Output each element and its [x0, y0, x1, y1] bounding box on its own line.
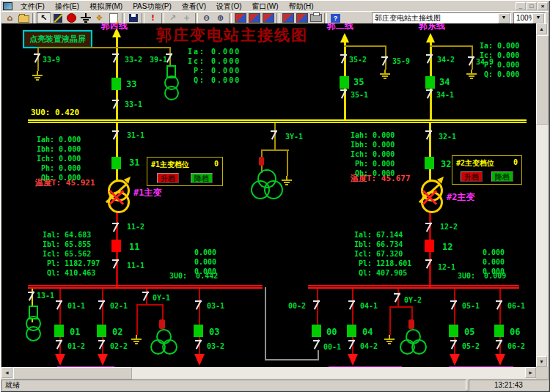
disconnector-00-1[interactable] [313, 340, 321, 350]
device5-icon[interactable] [295, 12, 309, 23]
disconnector-35-2[interactable] [340, 54, 348, 64]
disconnector-04-1[interactable] [348, 300, 356, 310]
menu-item-5[interactable]: 查看(V) [177, 2, 211, 10]
menu-item-6[interactable]: 设置(O) [211, 2, 246, 10]
zoom-in-icon[interactable]: ⊕ [213, 12, 227, 23]
help-icon[interactable]: ? [329, 12, 342, 23]
tap2-lower-button[interactable]: 降档 [491, 171, 513, 182]
ground-tool-icon[interactable] [78, 12, 92, 23]
stop-icon[interactable] [65, 12, 78, 23]
zoom-out-icon[interactable]: ⊖ [199, 12, 213, 23]
scroll-right-icon[interactable]: ► [525, 367, 536, 378]
scroll-up-icon[interactable]: ▲ [536, 23, 547, 34]
disconnector-02-1[interactable] [98, 300, 106, 310]
restore-button[interactable]: □ [527, 2, 537, 10]
disconnector-04-2[interactable] [348, 340, 356, 350]
disconnector-11-1[interactable] [112, 259, 120, 269]
diagram-select[interactable]: 郭庄变电站主接线图 ▼ [372, 12, 511, 24]
jump-icon[interactable]: ↗ [166, 12, 180, 23]
zoom-select[interactable]: 100% ▼ [513, 12, 546, 24]
diagram-select-dropdown-icon[interactable]: ▼ [498, 13, 510, 23]
disconnector-06-1[interactable] [496, 300, 504, 310]
disconnector-01-2[interactable] [56, 340, 64, 350]
disconnector-33-2[interactable] [112, 53, 120, 63]
disconnector-12-2[interactable] [425, 223, 433, 232]
hscroll-thumb[interactable] [13, 367, 132, 380]
breaker-01[interactable] [54, 325, 64, 337]
alarm-icon[interactable]: ! [146, 12, 160, 23]
breaker-05[interactable] [449, 325, 458, 337]
lcd-panel-button[interactable]: 点亮装置液晶屏 [23, 30, 92, 48]
breaker-12[interactable] [425, 240, 434, 252]
breaker-33[interactable] [111, 78, 121, 90]
breaker-11[interactable] [111, 240, 121, 252]
menu-item-1[interactable]: 文件(F) [15, 2, 50, 10]
topology-icon[interactable]: ❖ [92, 12, 106, 23]
breaker-32[interactable] [425, 157, 434, 169]
menu-item-7[interactable]: 窗口(W) [247, 2, 284, 10]
menu-item-8[interactable]: 帮助(H) [284, 2, 319, 10]
device2-icon[interactable] [247, 12, 261, 23]
cursor-icon[interactable]: ↖ [37, 12, 51, 23]
breaker-06[interactable] [494, 325, 504, 337]
disconnector-05-1[interactable] [450, 300, 458, 310]
disconnector-00-2[interactable] [313, 300, 321, 310]
breaker-35[interactable] [340, 76, 349, 89]
disconnector-35-1[interactable] [340, 89, 348, 99]
breaker-04[interactable] [347, 325, 356, 337]
disconnector-32-1[interactable] [425, 130, 433, 140]
tap2-raise-button[interactable]: 升档 [461, 171, 483, 182]
breaker-31[interactable] [111, 157, 121, 169]
incoming-arrow-icon [426, 33, 435, 42]
disconnector-33-1[interactable] [112, 100, 120, 109]
disconnector-12-1[interactable] [425, 259, 433, 269]
disconnector-34-1[interactable] [426, 89, 434, 99]
label-l01_2: 01-2 [67, 342, 85, 350]
close-button[interactable]: × [538, 2, 548, 10]
menu-item-3[interactable]: 模拟屏(M) [84, 2, 128, 10]
print-icon[interactable] [309, 12, 323, 23]
breaker-03[interactable] [194, 325, 203, 337]
wire [265, 287, 266, 360]
horizontal-scrollbar[interactable]: ◄ ► [1, 367, 536, 379]
vertical-scrollbar[interactable]: ▲ ▼ [536, 23, 548, 367]
zoom-select-dropdown-icon[interactable]: ▼ [532, 13, 544, 23]
disconnector-33-9[interactable] [34, 53, 42, 63]
disconnector-03-1[interactable] [195, 300, 203, 310]
line-tool-icon[interactable] [51, 12, 65, 23]
menu-item-2[interactable]: 操作(E) [50, 2, 84, 10]
edit-page-icon[interactable] [106, 12, 120, 23]
disconnector-11-2[interactable] [112, 223, 120, 232]
disconnector-34-2[interactable] [426, 54, 434, 64]
breaker-00[interactable] [312, 325, 321, 337]
disconnector-06-2[interactable] [496, 340, 504, 350]
breaker-02[interactable] [97, 325, 106, 337]
disconnector-35-9[interactable] [381, 56, 389, 66]
disconnector-01-1[interactable] [56, 300, 64, 310]
save-icon[interactable] [126, 12, 140, 23]
disconnector-0y-2[interactable] [394, 293, 402, 303]
disconnector-02-2[interactable] [98, 340, 106, 350]
open-folder-icon[interactable] [17, 12, 31, 23]
disconnector-3y-1[interactable] [271, 130, 279, 140]
disconnector-34-9[interactable] [468, 56, 476, 66]
home-icon[interactable]: ⌂ [3, 12, 17, 23]
disconnector-31-1[interactable] [112, 130, 120, 140]
home-icon: ⌂ [7, 13, 13, 23]
scroll-left-icon[interactable]: ◄ [1, 367, 12, 378]
breaker-34[interactable] [425, 76, 435, 89]
device1-icon[interactable] [233, 12, 247, 23]
minimize-button[interactable]: _ [516, 2, 526, 10]
disconnector-03-2[interactable] [195, 340, 203, 350]
vscroll-thumb[interactable] [536, 35, 549, 125]
disconnector-0y-1[interactable] [142, 292, 150, 301]
device4-icon[interactable] [281, 12, 295, 23]
disconnector-13-1[interactable] [28, 292, 36, 301]
tap1-lower-button[interactable]: 降档 [191, 173, 213, 183]
scroll-down-icon[interactable]: ▼ [536, 356, 547, 367]
add-icon[interactable]: + [180, 12, 194, 23]
device3-icon[interactable] [261, 12, 275, 23]
tap1-raise-button[interactable]: 升档 [157, 173, 179, 183]
disconnector-05-2[interactable] [450, 340, 458, 350]
menu-item-4[interactable]: PAS功能(P) [128, 2, 177, 10]
